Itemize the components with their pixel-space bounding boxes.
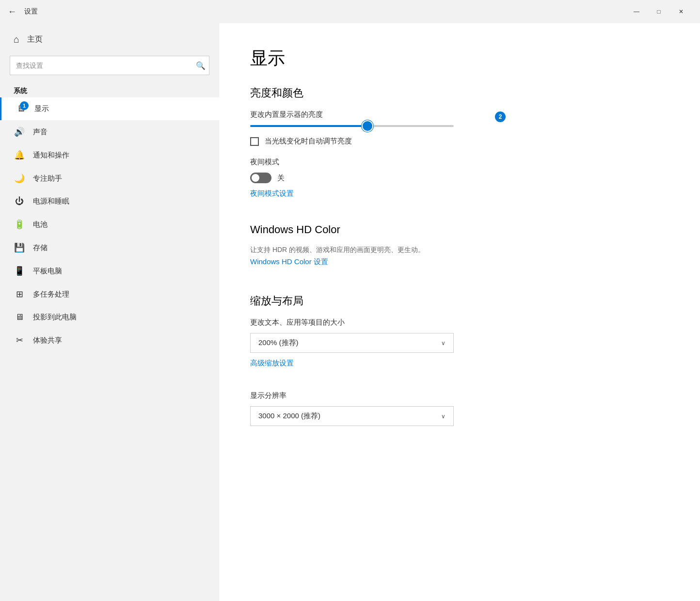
night-mode-toggle-row: 关	[250, 173, 669, 183]
tablet-icon: 📱	[14, 266, 25, 276]
search-input[interactable]	[10, 56, 209, 75]
auto-adjust-label: 当光线变化时自动调节亮度	[265, 137, 352, 146]
hd-color-section: Windows HD Color 让支持 HDR 的视频、游戏和应用的画面更明亮…	[250, 223, 669, 278]
sidebar-item-project[interactable]: 🖥 投影到此电脑	[0, 306, 219, 329]
auto-adjust-row: 当光线变化时自动调节亮度	[250, 137, 669, 146]
sound-icon: 🔊	[14, 127, 25, 137]
sidebar-item-storage[interactable]: 💾 存储	[0, 236, 219, 259]
sidebar-item-sound[interactable]: 🔊 声音	[0, 120, 219, 143]
content-area: 显示 亮度和颜色 更改内置显示器的亮度 2 当光线变化时自动调节亮度 夜间模式 …	[219, 23, 700, 601]
notifications-icon: 🔔	[14, 150, 25, 160]
sidebar-item-home[interactable]: ⌂ 主页	[0, 27, 219, 52]
scale-value: 200% (推荐)	[258, 338, 299, 348]
scale-label: 更改文本、应用等项目的大小	[250, 318, 669, 327]
badge-1: 1	[20, 101, 29, 110]
brightness-slider-container: 2	[250, 125, 669, 127]
resolution-dropdown[interactable]: 3000 × 2000 (推荐) ∨	[250, 406, 454, 426]
hd-color-title: Windows HD Color	[250, 223, 669, 236]
resolution-section: 显示分辨率 3000 × 2000 (推荐) ∨	[250, 391, 669, 426]
sidebar-label-project: 投影到此电脑	[33, 313, 206, 322]
sidebar-label-tablet: 平板电脑	[33, 267, 206, 276]
sidebar-section-title: 系统	[0, 83, 219, 97]
sidebar-label-focus: 专注助手	[33, 174, 206, 183]
maximize-button[interactable]: □	[648, 4, 670, 19]
window-controls: — □ ✕	[625, 4, 692, 19]
power-icon: ⏻	[14, 196, 25, 206]
brightness-slider[interactable]	[250, 125, 454, 127]
sidebar-item-focus[interactable]: 🌙 专注助手	[0, 167, 219, 190]
sidebar-item-power[interactable]: ⏻ 电源和睡眠	[0, 190, 219, 213]
night-mode-label: 夜间模式	[250, 158, 669, 167]
page-title: 显示	[250, 47, 669, 70]
sidebar-item-share[interactable]: ✂ 体验共享	[0, 329, 219, 352]
resolution-value: 3000 × 2000 (推荐)	[258, 411, 320, 421]
sidebar-label-battery: 电池	[33, 220, 206, 229]
night-mode-section: 夜间模式 关 夜间模式设置	[250, 158, 669, 210]
focus-icon: 🌙	[14, 173, 25, 184]
sidebar-label-multitask: 多任务处理	[33, 290, 206, 299]
auto-adjust-checkbox[interactable]	[250, 137, 259, 146]
sidebar-item-display[interactable]: 🖥 显示 1	[0, 97, 219, 120]
night-mode-toggle[interactable]	[250, 173, 271, 183]
scale-section-title: 缩放与布局	[250, 294, 669, 308]
multitask-icon: ⊞	[14, 289, 25, 300]
sidebar-label-display: 显示	[34, 104, 206, 113]
hd-color-settings-link[interactable]: Windows HD Color 设置	[250, 257, 328, 267]
close-button[interactable]: ✕	[670, 4, 692, 19]
project-icon: 🖥	[14, 312, 25, 322]
chevron-down-icon: ∨	[441, 340, 445, 347]
scale-section: 缩放与布局 更改文本、应用等项目的大小 200% (推荐) ∨ 高级缩放设置	[250, 294, 669, 380]
sidebar-label-sound: 声音	[33, 127, 206, 137]
minimize-button[interactable]: —	[625, 4, 648, 19]
storage-icon: 💾	[14, 242, 25, 253]
sidebar-label-power: 电源和睡眠	[33, 197, 206, 206]
search-icon-button[interactable]: 🔍	[196, 61, 206, 70]
sidebar-item-multitask[interactable]: ⊞ 多任务处理	[0, 283, 219, 306]
battery-icon: 🔋	[14, 219, 25, 230]
resolution-label: 显示分辨率	[250, 391, 669, 400]
sidebar-label-storage: 存储	[33, 243, 206, 253]
sidebar-label-notifications: 通知和操作	[33, 151, 206, 160]
back-button[interactable]: ←	[8, 7, 16, 17]
hd-color-description: 让支持 HDR 的视频、游戏和应用的画面更明亮、更生动。	[250, 246, 669, 254]
sidebar-item-tablet[interactable]: 📱 平板电脑	[0, 259, 219, 283]
sidebar-item-notifications[interactable]: 🔔 通知和操作	[0, 143, 219, 167]
chevron-down-icon-2: ∨	[441, 413, 445, 420]
title-bar: ← 设置 — □ ✕	[0, 0, 700, 23]
night-mode-settings-link[interactable]: 夜间模式设置	[250, 189, 294, 198]
window-title: 设置	[24, 7, 38, 16]
brightness-label: 更改内置显示器的亮度	[250, 110, 669, 119]
sidebar-home-label: 主页	[27, 34, 43, 45]
sidebar-item-battery[interactable]: 🔋 电池	[0, 213, 219, 236]
share-icon: ✂	[14, 335, 25, 346]
main-container: ⌂ 主页 🔍 系统 🖥 显示 1 🔊 声音 🔔 通知和操作 🌙 专注助手	[0, 23, 700, 601]
sidebar-label-share: 体验共享	[33, 336, 206, 345]
brightness-section-title: 亮度和颜色	[250, 86, 669, 100]
advanced-scale-link[interactable]: 高级缩放设置	[250, 359, 294, 368]
night-mode-toggle-label: 关	[277, 174, 285, 183]
scale-dropdown[interactable]: 200% (推荐) ∨	[250, 333, 454, 353]
home-icon: ⌂	[14, 34, 19, 45]
slider-badge: 2	[495, 111, 506, 122]
search-box: 🔍	[10, 56, 209, 75]
sidebar: ⌂ 主页 🔍 系统 🖥 显示 1 🔊 声音 🔔 通知和操作 🌙 专注助手	[0, 23, 219, 601]
